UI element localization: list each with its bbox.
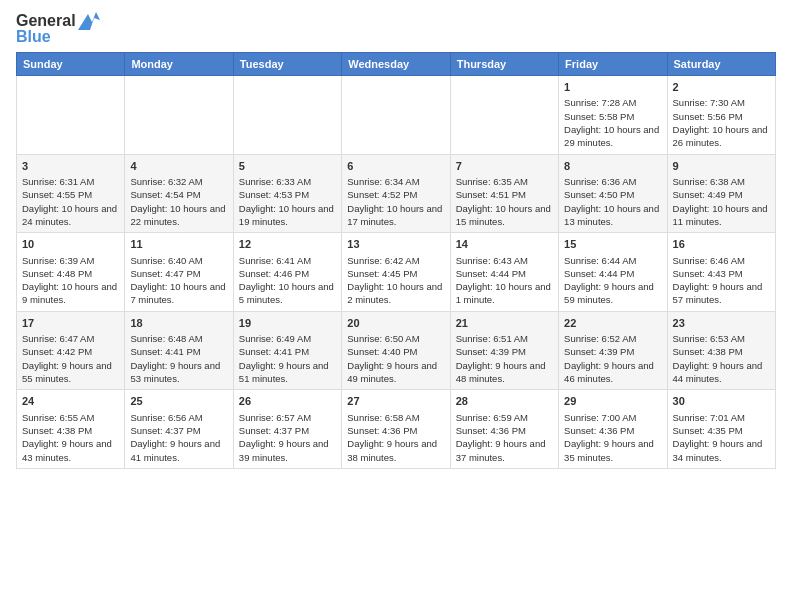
day-number: 8: [564, 159, 661, 174]
day-info: Sunrise: 6:40 AM Sunset: 4:47 PM Dayligh…: [130, 255, 225, 306]
cell-w1-d1: [17, 76, 125, 155]
cell-w2-d7: 9Sunrise: 6:38 AM Sunset: 4:49 PM Daylig…: [667, 154, 775, 233]
day-info: Sunrise: 6:47 AM Sunset: 4:42 PM Dayligh…: [22, 333, 112, 384]
day-number: 3: [22, 159, 119, 174]
page: General Blue SundayMondayTuesdayWednesda…: [0, 0, 792, 612]
day-number: 9: [673, 159, 770, 174]
cell-w5-d1: 24Sunrise: 6:55 AM Sunset: 4:38 PM Dayli…: [17, 390, 125, 469]
day-number: 6: [347, 159, 444, 174]
day-number: 2: [673, 80, 770, 95]
cell-w3-d2: 11Sunrise: 6:40 AM Sunset: 4:47 PM Dayli…: [125, 233, 233, 312]
day-number: 23: [673, 316, 770, 331]
cell-w4-d6: 22Sunrise: 6:52 AM Sunset: 4:39 PM Dayli…: [559, 311, 667, 390]
day-number: 1: [564, 80, 661, 95]
day-info: Sunrise: 6:52 AM Sunset: 4:39 PM Dayligh…: [564, 333, 654, 384]
day-number: 14: [456, 237, 553, 252]
day-info: Sunrise: 6:43 AM Sunset: 4:44 PM Dayligh…: [456, 255, 551, 306]
calendar-table: SundayMondayTuesdayWednesdayThursdayFrid…: [16, 52, 776, 469]
cell-w1-d4: [342, 76, 450, 155]
cell-w3-d7: 16Sunrise: 6:46 AM Sunset: 4:43 PM Dayli…: [667, 233, 775, 312]
cell-w1-d2: [125, 76, 233, 155]
cell-w5-d6: 29Sunrise: 7:00 AM Sunset: 4:36 PM Dayli…: [559, 390, 667, 469]
header-monday: Monday: [125, 53, 233, 76]
cell-w2-d5: 7Sunrise: 6:35 AM Sunset: 4:51 PM Daylig…: [450, 154, 558, 233]
day-info: Sunrise: 6:51 AM Sunset: 4:39 PM Dayligh…: [456, 333, 546, 384]
day-info: Sunrise: 6:31 AM Sunset: 4:55 PM Dayligh…: [22, 176, 117, 227]
day-info: Sunrise: 6:36 AM Sunset: 4:50 PM Dayligh…: [564, 176, 659, 227]
cell-w3-d4: 13Sunrise: 6:42 AM Sunset: 4:45 PM Dayli…: [342, 233, 450, 312]
cell-w2-d3: 5Sunrise: 6:33 AM Sunset: 4:53 PM Daylig…: [233, 154, 341, 233]
cell-w2-d1: 3Sunrise: 6:31 AM Sunset: 4:55 PM Daylig…: [17, 154, 125, 233]
cell-w5-d4: 27Sunrise: 6:58 AM Sunset: 4:36 PM Dayli…: [342, 390, 450, 469]
header-thursday: Thursday: [450, 53, 558, 76]
svg-marker-0: [78, 12, 100, 30]
header: General Blue: [16, 12, 776, 46]
day-number: 5: [239, 159, 336, 174]
week-row-5: 24Sunrise: 6:55 AM Sunset: 4:38 PM Dayli…: [17, 390, 776, 469]
cell-w4-d2: 18Sunrise: 6:48 AM Sunset: 4:41 PM Dayli…: [125, 311, 233, 390]
day-info: Sunrise: 6:32 AM Sunset: 4:54 PM Dayligh…: [130, 176, 225, 227]
header-saturday: Saturday: [667, 53, 775, 76]
week-row-1: 1Sunrise: 7:28 AM Sunset: 5:58 PM Daylig…: [17, 76, 776, 155]
day-number: 25: [130, 394, 227, 409]
day-info: Sunrise: 6:34 AM Sunset: 4:52 PM Dayligh…: [347, 176, 442, 227]
cell-w1-d3: [233, 76, 341, 155]
day-number: 10: [22, 237, 119, 252]
header-tuesday: Tuesday: [233, 53, 341, 76]
cell-w1-d5: [450, 76, 558, 155]
day-number: 22: [564, 316, 661, 331]
logo: General Blue: [16, 12, 100, 46]
day-number: 4: [130, 159, 227, 174]
cell-w3-d3: 12Sunrise: 6:41 AM Sunset: 4:46 PM Dayli…: [233, 233, 341, 312]
day-number: 7: [456, 159, 553, 174]
day-info: Sunrise: 6:56 AM Sunset: 4:37 PM Dayligh…: [130, 412, 220, 463]
day-number: 30: [673, 394, 770, 409]
week-row-4: 17Sunrise: 6:47 AM Sunset: 4:42 PM Dayli…: [17, 311, 776, 390]
header-friday: Friday: [559, 53, 667, 76]
day-info: Sunrise: 6:42 AM Sunset: 4:45 PM Dayligh…: [347, 255, 442, 306]
day-info: Sunrise: 6:41 AM Sunset: 4:46 PM Dayligh…: [239, 255, 334, 306]
cell-w4-d3: 19Sunrise: 6:49 AM Sunset: 4:41 PM Dayli…: [233, 311, 341, 390]
day-info: Sunrise: 7:00 AM Sunset: 4:36 PM Dayligh…: [564, 412, 654, 463]
logo-bird-icon: [78, 12, 100, 30]
cell-w4-d7: 23Sunrise: 6:53 AM Sunset: 4:38 PM Dayli…: [667, 311, 775, 390]
day-info: Sunrise: 6:53 AM Sunset: 4:38 PM Dayligh…: [673, 333, 763, 384]
day-number: 29: [564, 394, 661, 409]
week-row-2: 3Sunrise: 6:31 AM Sunset: 4:55 PM Daylig…: [17, 154, 776, 233]
cell-w1-d6: 1Sunrise: 7:28 AM Sunset: 5:58 PM Daylig…: [559, 76, 667, 155]
day-info: Sunrise: 7:01 AM Sunset: 4:35 PM Dayligh…: [673, 412, 763, 463]
cell-w1-d7: 2Sunrise: 7:30 AM Sunset: 5:56 PM Daylig…: [667, 76, 775, 155]
day-number: 20: [347, 316, 444, 331]
day-info: Sunrise: 6:44 AM Sunset: 4:44 PM Dayligh…: [564, 255, 654, 306]
cell-w5-d2: 25Sunrise: 6:56 AM Sunset: 4:37 PM Dayli…: [125, 390, 233, 469]
day-number: 27: [347, 394, 444, 409]
cell-w5-d5: 28Sunrise: 6:59 AM Sunset: 4:36 PM Dayli…: [450, 390, 558, 469]
cell-w5-d3: 26Sunrise: 6:57 AM Sunset: 4:37 PM Dayli…: [233, 390, 341, 469]
day-number: 17: [22, 316, 119, 331]
day-number: 21: [456, 316, 553, 331]
header-sunday: Sunday: [17, 53, 125, 76]
cell-w3-d6: 15Sunrise: 6:44 AM Sunset: 4:44 PM Dayli…: [559, 233, 667, 312]
week-row-3: 10Sunrise: 6:39 AM Sunset: 4:48 PM Dayli…: [17, 233, 776, 312]
cell-w5-d7: 30Sunrise: 7:01 AM Sunset: 4:35 PM Dayli…: [667, 390, 775, 469]
cell-w4-d1: 17Sunrise: 6:47 AM Sunset: 4:42 PM Dayli…: [17, 311, 125, 390]
day-number: 24: [22, 394, 119, 409]
day-info: Sunrise: 6:33 AM Sunset: 4:53 PM Dayligh…: [239, 176, 334, 227]
cell-w2-d2: 4Sunrise: 6:32 AM Sunset: 4:54 PM Daylig…: [125, 154, 233, 233]
day-info: Sunrise: 6:55 AM Sunset: 4:38 PM Dayligh…: [22, 412, 112, 463]
header-wednesday: Wednesday: [342, 53, 450, 76]
day-info: Sunrise: 7:28 AM Sunset: 5:58 PM Dayligh…: [564, 97, 659, 148]
cell-w2-d6: 8Sunrise: 6:36 AM Sunset: 4:50 PM Daylig…: [559, 154, 667, 233]
day-number: 18: [130, 316, 227, 331]
cell-w3-d5: 14Sunrise: 6:43 AM Sunset: 4:44 PM Dayli…: [450, 233, 558, 312]
logo-blue: Blue: [16, 28, 51, 46]
day-info: Sunrise: 6:57 AM Sunset: 4:37 PM Dayligh…: [239, 412, 329, 463]
day-number: 16: [673, 237, 770, 252]
day-number: 19: [239, 316, 336, 331]
day-number: 13: [347, 237, 444, 252]
day-info: Sunrise: 6:58 AM Sunset: 4:36 PM Dayligh…: [347, 412, 437, 463]
day-number: 26: [239, 394, 336, 409]
cell-w4-d4: 20Sunrise: 6:50 AM Sunset: 4:40 PM Dayli…: [342, 311, 450, 390]
day-info: Sunrise: 6:38 AM Sunset: 4:49 PM Dayligh…: [673, 176, 768, 227]
cell-w3-d1: 10Sunrise: 6:39 AM Sunset: 4:48 PM Dayli…: [17, 233, 125, 312]
